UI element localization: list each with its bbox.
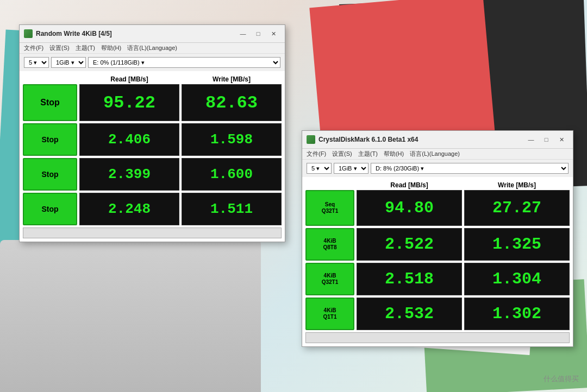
window-2-header: Read [MB/s] Write [MB/s] xyxy=(305,180,570,190)
table-row: Stop 2.399 1.600 xyxy=(23,158,282,191)
window-2-menubar: 文件(F) 设置(S) 主题(T) 帮助(H) 语言(L)(Language) xyxy=(302,149,573,160)
write-value-2-1: 1.325 xyxy=(464,228,570,261)
window-2-titlebar: CrystalDiskMark 6.1.0 Beta1 x64 — □ ✕ xyxy=(302,131,573,149)
window-2-controls: — □ ✕ xyxy=(524,134,569,145)
read-value-1-1: 2.406 xyxy=(79,123,179,156)
window-2-toolbar: 5 ▾ 1GiB ▾ D: 8% (2/30GiB) ▾ xyxy=(302,160,573,177)
window-1: Random Write 4KiB [4/5] — □ ✕ 文件(F) 设置(S… xyxy=(19,24,285,242)
label-btn-2-3[interactable]: 4KiBQ1T1 xyxy=(305,298,354,330)
window-1-menubar: 文件(F) 设置(S) 主题(T) 帮助(H) 语言(L)(Language) xyxy=(20,43,285,54)
window-2-minimize[interactable]: — xyxy=(524,134,538,145)
write-value-2-0: 27.27 xyxy=(464,190,570,226)
stop-btn-1-0[interactable]: Stop xyxy=(23,84,77,121)
window-1-title-left: Random Write 4KiB [4/5] xyxy=(24,29,112,38)
drive-select-2[interactable]: D: 8% (2/30GiB) ▾ xyxy=(371,163,569,174)
write-value-1-3: 1.511 xyxy=(182,193,282,225)
table-row: 4KiBQ8T8 2.522 1.325 xyxy=(305,228,570,261)
write-value-2-2: 1.304 xyxy=(464,263,570,295)
header-col1-1 xyxy=(23,75,77,83)
read-value-1-0: 95.22 xyxy=(79,84,179,121)
window-2-progress xyxy=(305,332,570,343)
window-1-header: Read [MB/s] Write [MB/s] xyxy=(23,74,282,84)
window-1-progress xyxy=(23,227,282,238)
write-value-2-3: 1.302 xyxy=(464,298,570,330)
menu-settings-2[interactable]: 设置(S) xyxy=(332,150,352,157)
table-row: 4KiBQ1T1 2.532 1.302 xyxy=(305,298,570,330)
menu-file-2[interactable]: 文件(F) xyxy=(307,150,326,157)
write-value-1-1: 1.598 xyxy=(182,123,282,156)
window-2-content: Read [MB/s] Write [MB/s] SeqQ32T1 94.80 … xyxy=(302,177,573,346)
read-value-2-2: 2.518 xyxy=(357,263,462,295)
read-value-2-3: 2.532 xyxy=(357,298,462,330)
table-row: SeqQ32T1 94.80 27.27 xyxy=(305,190,570,226)
table-row: Stop 95.22 82.63 xyxy=(23,84,282,121)
menu-theme-1[interactable]: 主题(T) xyxy=(76,45,95,51)
watermark-text: 什么值得买 xyxy=(544,374,579,384)
header-read-1: Read [MB/s] xyxy=(79,75,179,83)
header-write-1: Write [MB/s] xyxy=(182,75,282,83)
label-btn-2-0[interactable]: SeqQ32T1 xyxy=(305,190,354,226)
menu-help-2[interactable]: 帮助(H) xyxy=(384,150,404,157)
read-value-1-2: 2.399 xyxy=(79,158,179,191)
write-value-1-0: 82.63 xyxy=(182,84,282,121)
table-row: Stop 2.248 1.511 xyxy=(23,193,282,225)
table-row: Stop 2.406 1.598 xyxy=(23,123,282,156)
drive-select-1[interactable]: E: 0% (1/118GiB) ▾ xyxy=(88,57,280,68)
window-2-close[interactable]: ✕ xyxy=(554,134,569,145)
window-2-maximize[interactable]: □ xyxy=(539,134,553,145)
menu-theme-2[interactable]: 主题(T) xyxy=(358,150,378,157)
window-2: CrystalDiskMark 6.1.0 Beta1 x64 — □ ✕ 文件… xyxy=(302,130,573,347)
window-1-toolbar: 5 ▾ 1GiB ▾ E: 0% (1/118GiB) ▾ xyxy=(20,54,285,71)
window-1-maximize[interactable]: □ xyxy=(251,28,265,39)
window-1-minimize[interactable]: — xyxy=(236,28,250,39)
window-2-icon xyxy=(307,135,315,144)
header-write-2: Write [MB/s] xyxy=(464,181,570,189)
menu-file-1[interactable]: 文件(F) xyxy=(24,45,43,51)
read-value-2-0: 94.80 xyxy=(357,190,462,226)
stop-btn-1-2[interactable]: Stop xyxy=(23,158,77,191)
menu-help-1[interactable]: 帮助(H) xyxy=(101,45,121,51)
label-btn-2-1[interactable]: 4KiBQ8T8 xyxy=(305,228,354,261)
write-value-1-2: 1.600 xyxy=(182,158,282,191)
window-1-close[interactable]: ✕ xyxy=(266,28,280,39)
header-read-2: Read [MB/s] xyxy=(357,181,462,189)
window-1-icon xyxy=(24,29,33,38)
size-select-2[interactable]: 1GiB ▾ xyxy=(334,163,369,174)
label-btn-2-2[interactable]: 4KiBQ32T1 xyxy=(305,263,354,295)
stop-btn-1-1[interactable]: Stop xyxy=(23,123,77,156)
read-value-1-3: 2.248 xyxy=(79,193,179,225)
window-1-content: Read [MB/s] Write [MB/s] Stop 95.22 82.6… xyxy=(20,71,285,242)
menu-settings-1[interactable]: 设置(S) xyxy=(49,45,70,51)
count-select-1[interactable]: 5 ▾ xyxy=(24,57,49,68)
bg-red-book xyxy=(309,0,495,148)
count-select-2[interactable]: 5 ▾ xyxy=(307,163,332,174)
bg-keyboard xyxy=(0,240,261,392)
window-2-title: CrystalDiskMark 6.1.0 Beta1 x64 xyxy=(319,136,418,143)
window-1-controls: — □ ✕ xyxy=(236,28,280,39)
size-select-1[interactable]: 1GiB ▾ xyxy=(51,57,86,68)
table-row: 4KiBQ32T1 2.518 1.304 xyxy=(305,263,570,295)
window-1-title: Random Write 4KiB [4/5] xyxy=(36,30,112,37)
menu-lang-2[interactable]: 语言(L)(Language) xyxy=(410,150,460,157)
header-col1-2 xyxy=(305,181,354,189)
read-value-2-1: 2.522 xyxy=(357,228,462,261)
menu-lang-1[interactable]: 语言(L)(Language) xyxy=(127,45,177,51)
stop-btn-1-3[interactable]: Stop xyxy=(23,193,77,225)
window-2-title-left: CrystalDiskMark 6.1.0 Beta1 x64 xyxy=(307,135,418,144)
window-1-titlebar: Random Write 4KiB [4/5] — □ ✕ xyxy=(20,25,285,43)
watermark: 什么值得买 xyxy=(544,374,579,384)
